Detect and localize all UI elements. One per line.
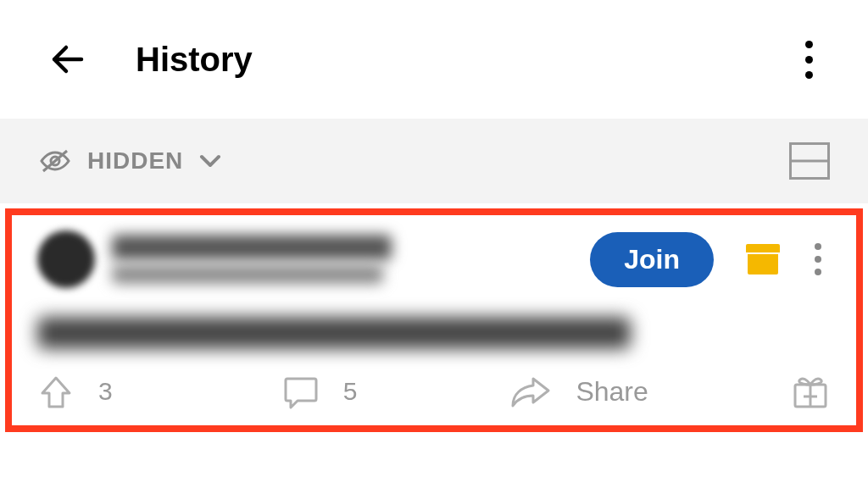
award-button[interactable] xyxy=(790,373,831,410)
overflow-menu-button[interactable] xyxy=(792,41,826,79)
header-bar: History xyxy=(0,0,868,119)
dot-icon xyxy=(815,269,821,275)
archive-icon[interactable] xyxy=(748,244,778,274)
dot-icon xyxy=(815,256,821,263)
filter-label: HIDDEN xyxy=(87,147,183,175)
dot-icon xyxy=(805,41,813,48)
post-header: Join xyxy=(37,230,831,288)
upvote-button[interactable]: 3 xyxy=(37,373,113,410)
poster-info[interactable] xyxy=(112,235,392,284)
poster-meta xyxy=(112,265,383,284)
comment-button[interactable]: 5 xyxy=(282,374,358,409)
share-icon xyxy=(509,374,552,409)
share-button[interactable]: Share xyxy=(509,374,648,409)
view-toggle-button[interactable] xyxy=(789,142,830,180)
comment-icon xyxy=(282,374,320,409)
share-label: Share xyxy=(576,376,648,408)
back-arrow-icon xyxy=(46,37,90,81)
filter-bar: HIDDEN xyxy=(0,119,868,203)
filter-dropdown[interactable]: HIDDEN xyxy=(38,146,222,176)
dot-icon xyxy=(805,71,813,79)
community-name xyxy=(112,235,392,260)
avatar[interactable] xyxy=(37,230,95,288)
post-overflow-menu[interactable] xyxy=(805,243,831,275)
join-button[interactable]: Join xyxy=(590,232,714,287)
upvote-count: 3 xyxy=(98,377,113,406)
post-title[interactable] xyxy=(37,317,631,349)
back-button[interactable] xyxy=(42,34,93,85)
gift-icon xyxy=(790,373,831,410)
post-actions: 3 5 Share xyxy=(37,349,831,425)
chevron-down-icon xyxy=(198,153,222,169)
dot-icon xyxy=(805,56,813,64)
comment-count: 5 xyxy=(343,377,358,406)
page-title: History xyxy=(136,41,253,79)
post-card: Join 3 5 Share xyxy=(5,208,863,432)
dot-icon xyxy=(815,243,821,250)
upvote-icon xyxy=(37,373,75,410)
hidden-icon xyxy=(38,146,72,176)
